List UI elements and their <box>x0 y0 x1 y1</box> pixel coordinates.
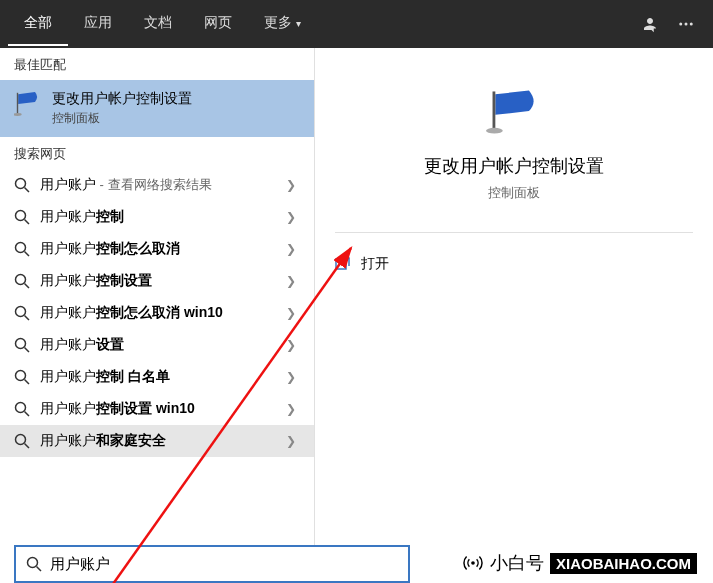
chevron-right-icon[interactable]: ❯ <box>286 306 300 320</box>
open-label: 打开 <box>361 255 389 273</box>
chevron-right-icon[interactable]: ❯ <box>286 370 300 384</box>
preview-subtitle: 控制面板 <box>335 184 693 202</box>
svg-point-9 <box>16 243 26 253</box>
search-icon <box>14 369 30 385</box>
svg-point-21 <box>16 435 26 445</box>
svg-point-19 <box>16 403 26 413</box>
tab-docs[interactable]: 文档 <box>128 2 188 46</box>
svg-point-13 <box>16 307 26 317</box>
chevron-right-icon[interactable]: ❯ <box>286 242 300 256</box>
chevron-down-icon: ▾ <box>296 18 301 29</box>
result-text: 用户账户和家庭安全 <box>40 432 286 450</box>
svg-point-0 <box>679 23 682 26</box>
search-icon <box>14 305 30 321</box>
result-text: 用户账户 - 查看网络搜索结果 <box>40 176 286 194</box>
search-icon <box>14 177 30 193</box>
filter-tabs: 全部 应用 文档 网页 更多▾ <box>8 2 317 46</box>
svg-line-28 <box>37 567 42 572</box>
results-panel: 最佳匹配 更改用户帐户控制设置 控制面板 搜索网页 用户账户 - 查看网络搜索结… <box>0 48 315 548</box>
svg-point-1 <box>685 23 688 26</box>
preview-title: 更改用户帐户控制设置 <box>335 154 693 178</box>
chevron-right-icon[interactable]: ❯ <box>286 274 300 288</box>
watermark: 小白号 XIAOBAIHAO.COM <box>462 551 697 575</box>
svg-line-10 <box>25 252 30 257</box>
result-text: 用户账户控制 白名单 <box>40 368 286 386</box>
tab-apps[interactable]: 应用 <box>68 2 128 46</box>
best-match-title: 更改用户帐户控制设置 <box>52 90 300 108</box>
svg-rect-3 <box>17 93 18 114</box>
chevron-right-icon[interactable]: ❯ <box>286 402 300 416</box>
top-bar: 全部 应用 文档 网页 更多▾ <box>0 0 713 48</box>
search-input[interactable] <box>50 556 398 573</box>
result-text: 用户账户控制设置 <box>40 272 286 290</box>
tab-more[interactable]: 更多▾ <box>248 2 317 46</box>
web-result-item[interactable]: 用户账户 - 查看网络搜索结果 ❯ <box>0 169 314 201</box>
web-result-item[interactable]: 用户账户控制 白名单 ❯ <box>0 361 314 393</box>
search-icon <box>14 337 30 353</box>
svg-line-22 <box>25 444 30 449</box>
result-text: 用户账户控制设置 win10 <box>40 400 286 418</box>
web-result-item[interactable]: 用户账户控制设置 ❯ <box>0 265 314 297</box>
web-result-item[interactable]: 用户账户控制怎么取消 ❯ <box>0 233 314 265</box>
svg-point-5 <box>16 179 26 189</box>
web-result-item[interactable]: 用户账户控制怎么取消 win10 ❯ <box>0 297 314 329</box>
tab-web[interactable]: 网页 <box>188 2 248 46</box>
best-match-subtitle: 控制面板 <box>52 110 300 127</box>
result-text: 用户账户设置 <box>40 336 286 354</box>
svg-point-2 <box>690 23 693 26</box>
search-icon <box>26 556 42 572</box>
svg-point-24 <box>486 128 503 134</box>
section-search-web: 搜索网页 <box>0 137 314 169</box>
web-result-item[interactable]: 用户账户设置 ❯ <box>0 329 314 361</box>
flag-icon <box>486 88 542 136</box>
svg-line-20 <box>25 412 30 417</box>
svg-point-27 <box>28 558 38 568</box>
web-result-item[interactable]: 用户账户和家庭安全 ❯ <box>0 425 314 457</box>
svg-point-4 <box>14 113 22 116</box>
best-match-result[interactable]: 更改用户帐户控制设置 控制面板 <box>0 80 314 137</box>
preview-panel: 更改用户帐户控制设置 控制面板 打开 <box>315 48 713 548</box>
section-best-match: 最佳匹配 <box>0 48 314 80</box>
svg-line-6 <box>25 188 30 193</box>
web-result-item[interactable]: 用户账户控制 ❯ <box>0 201 314 233</box>
svg-line-8 <box>25 220 30 225</box>
chevron-right-icon[interactable]: ❯ <box>286 210 300 224</box>
control-panel-flag-icon <box>14 90 42 118</box>
web-result-item[interactable]: 用户账户控制设置 win10 ❯ <box>0 393 314 425</box>
svg-line-18 <box>25 380 30 385</box>
result-text: 用户账户控制 <box>40 208 286 226</box>
chevron-right-icon[interactable]: ❯ <box>286 338 300 352</box>
result-text: 用户账户控制怎么取消 <box>40 240 286 258</box>
svg-point-15 <box>16 339 26 349</box>
svg-rect-23 <box>493 91 496 128</box>
feedback-icon[interactable] <box>641 15 659 33</box>
search-icon <box>14 433 30 449</box>
result-text: 用户账户控制怎么取消 win10 <box>40 304 286 322</box>
svg-rect-25 <box>336 259 346 269</box>
svg-point-17 <box>16 371 26 381</box>
svg-line-14 <box>25 316 30 321</box>
broadcast-icon <box>462 552 484 574</box>
more-icon[interactable] <box>677 15 695 33</box>
svg-point-29 <box>471 561 475 565</box>
search-icon <box>14 401 30 417</box>
tab-all[interactable]: 全部 <box>8 2 68 46</box>
search-bar[interactable] <box>14 545 410 583</box>
open-icon <box>335 256 351 272</box>
svg-point-7 <box>16 211 26 221</box>
search-icon <box>14 273 30 289</box>
divider <box>335 232 693 233</box>
search-icon <box>14 241 30 257</box>
svg-line-16 <box>25 348 30 353</box>
open-action[interactable]: 打开 <box>335 251 693 277</box>
search-icon <box>14 209 30 225</box>
chevron-right-icon[interactable]: ❯ <box>286 178 300 192</box>
svg-line-12 <box>25 284 30 289</box>
svg-point-11 <box>16 275 26 285</box>
chevron-right-icon[interactable]: ❯ <box>286 434 300 448</box>
